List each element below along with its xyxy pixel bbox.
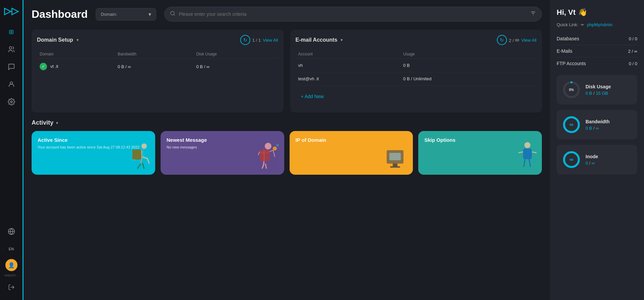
nav-item-globe[interactable] [4, 224, 19, 239]
domain-col-header: Domain [37, 50, 115, 59]
quick-link: Quick Link: ✏ phpMyAdmin [557, 22, 637, 27]
page-title: Dashboard [32, 8, 88, 20]
account-cell: vh [296, 59, 401, 72]
email-accounts-title: E-mail Accounts [296, 37, 338, 43]
activity-section: Activity ▾ Active Since Your account has… [32, 119, 542, 293]
nav-item-settings[interactable] [4, 94, 19, 109]
domain-setup-header: Domain Setup ▾ ↻ 1 / 1 View All [37, 35, 278, 45]
nav-avatar[interactable]: 👤 [5, 259, 17, 271]
domain-selector[interactable]: Domain: ▾ [96, 8, 156, 20]
nav-lang[interactable]: EN [4, 242, 19, 256]
activity-header: Activity ▾ [32, 119, 542, 126]
svg-rect-22 [523, 148, 532, 159]
card-skip-options-illustration [512, 140, 539, 175]
stats-list: Databases 0 / 0 E-Mails 2 / ∞ FTP Accoun… [557, 33, 637, 70]
quick-link-edit-icon[interactable]: ✏ [581, 23, 584, 27]
disk-usage-cell: 0 B / ∞ [194, 59, 278, 75]
inode-info: Inode 0 / ∞ [586, 154, 598, 166]
greeting-text: Hi, Vt [557, 8, 575, 17]
stat-ftp-label: FTP Accounts [557, 61, 586, 66]
activity-chevron-icon[interactable]: ▾ [56, 121, 58, 125]
svg-point-0 [9, 47, 11, 49]
table-row: + Add New [296, 86, 537, 108]
email-accounts-header: E-mail Accounts ▾ ↻ 2 / ∞ View All [296, 35, 537, 45]
sections-grid: Domain Setup ▾ ↻ 1 / 1 View All Domain B… [32, 30, 542, 113]
bandwidth-infinity-label: ∞ [569, 122, 573, 128]
header: Dashboard Domain: ▾ [32, 7, 542, 22]
svg-rect-19 [393, 164, 397, 166]
stat-ftp-value: 0 / 0 [629, 61, 637, 66]
disk-usage-donut: 0% [562, 80, 581, 99]
account-col-header: Account [296, 50, 401, 59]
domain-cell: ✓ vt .it [37, 59, 115, 75]
account-cell: test@vh .it [296, 72, 401, 86]
nav-item-dashboard[interactable]: ⊞ [4, 25, 19, 39]
table-row: ✓ vt .it 0 B / ∞ 0 B / ∞ [37, 59, 278, 75]
domain-setup-view-all-link[interactable]: View All [263, 38, 278, 43]
table-row: test@vh .it 0 B / Unlimited [296, 72, 537, 86]
svg-rect-20 [390, 166, 400, 168]
search-bar [164, 7, 542, 22]
card-skip-options-title: Skip Options [424, 137, 536, 143]
card-newest-message-title: Newest Message [167, 137, 278, 143]
bandwidth-card: ∞ Bandwidth 0 B / ∞ [557, 110, 637, 139]
activity-card-ip-domain[interactable]: IP of Domain [290, 131, 413, 175]
inode-infinity-label: ∞ [569, 157, 573, 163]
email-accounts-card: E-mail Accounts ▾ ↻ 2 / ∞ View All Accou… [290, 30, 542, 113]
disk-usage-card: 0% Disk Usage 0 B / 15 GB [557, 75, 637, 104]
filter-icon[interactable] [530, 10, 536, 18]
stat-databases: Databases 0 / 0 [557, 33, 637, 45]
greeting-wave-icon: 👋 [578, 8, 587, 17]
nav-logo-icon[interactable]: ▷▷ [4, 5, 19, 16]
email-accounts-chevron-icon[interactable]: ▾ [341, 38, 343, 42]
bandwidth-title: Bandwidth [586, 119, 610, 124]
email-accounts-refresh-button[interactable]: ↻ [497, 35, 507, 45]
svg-point-2 [10, 101, 12, 103]
search-icon [170, 11, 175, 17]
card-ip-domain-illustration [383, 140, 410, 175]
search-input[interactable] [179, 11, 527, 17]
inode-title: Inode [586, 154, 598, 159]
bandwidth-cell: 0 B / ∞ [115, 59, 194, 75]
nav-item-profile[interactable] [4, 77, 19, 92]
nav-logout-icon[interactable] [4, 280, 19, 295]
stat-emails-label: E-Mails [557, 48, 572, 54]
activity-card-skip-options[interactable]: Skip Options [418, 131, 542, 175]
quick-link-url[interactable]: phpMyAdmin [587, 22, 612, 27]
email-accounts-view-all-link[interactable]: View All [521, 38, 536, 43]
domain-setup-chevron-icon[interactable]: ▾ [77, 38, 79, 42]
domain-chevron-icon: ▾ [148, 11, 151, 17]
quick-link-label: Quick Link: [557, 22, 578, 27]
domain-label: Domain: [101, 12, 117, 17]
right-panel: Hi, Vt 👋 Quick Link: ✏ phpMyAdmin Databa… [550, 0, 644, 300]
nav-item-users[interactable] [4, 42, 19, 57]
domain-setup-count: ↻ 1 / 1 View All [240, 35, 278, 45]
usage-cell: 0 B / Unlimited [400, 72, 536, 86]
inode-donut: ∞ [562, 150, 581, 169]
add-new-email-button[interactable]: + Add New [298, 90, 327, 103]
svg-point-6 [171, 11, 174, 15]
disk-usage-info: Disk Usage 0 B / 15 GB [586, 84, 611, 96]
inode-value: 0 / ∞ [586, 161, 598, 166]
domain-setup-count-text: 1 / 1 [252, 38, 261, 43]
bandwidth-donut: ∞ [562, 115, 581, 134]
bandwidth-value: 0 B / ∞ [586, 126, 610, 131]
usage-cell: 0 B [400, 59, 536, 72]
card-active-since-text: Your account has been active since Sat A… [38, 145, 149, 150]
activity-card-newest-message[interactable]: Newest Message No new messages [161, 131, 284, 175]
disk-usage-col-header: Disk Usage [194, 50, 278, 59]
activity-card-active-since[interactable]: Active Since Your account has been activ… [32, 131, 155, 175]
email-accounts-count: ↻ 2 / ∞ View All [497, 35, 536, 45]
activity-cards: Active Since Your account has been activ… [32, 131, 542, 175]
nav-rail: ▷▷ ⊞ EN 👤 VHOSTI... [0, 0, 24, 300]
svg-rect-18 [389, 153, 401, 160]
domain-setup-card: Domain Setup ▾ ↻ 1 / 1 View All Domain B… [32, 30, 284, 113]
inode-card: ∞ Inode 0 / ∞ [557, 145, 637, 174]
disk-usage-title: Disk Usage [586, 84, 611, 89]
card-newest-message-text: No new messages [167, 145, 278, 150]
bandwidth-col-header: Bandwidth [115, 50, 194, 59]
nav-item-messages[interactable] [4, 59, 19, 74]
domain-setup-table: Domain Bandwidth Disk Usage ✓ vt .it 0 B… [37, 50, 278, 74]
usage-col-header: Usage [400, 50, 536, 59]
domain-setup-refresh-button[interactable]: ↻ [240, 35, 250, 45]
